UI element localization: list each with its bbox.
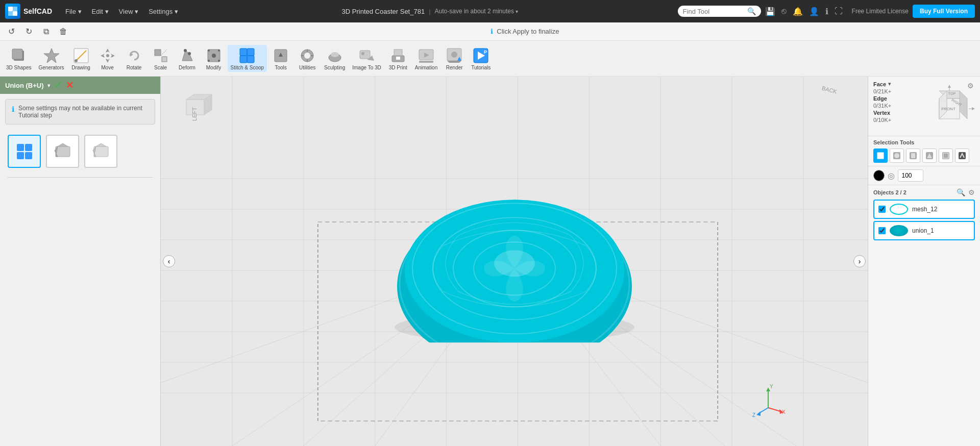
menu-settings[interactable]: Settings ▾ <box>144 6 182 17</box>
obj-preview-mesh12 <box>890 204 908 215</box>
gear-icon[interactable]: ⚙ <box>967 82 974 90</box>
viewport[interactable]: LEFT BACK <box>161 77 868 446</box>
info-icon[interactable]: ℹ <box>825 7 828 16</box>
svg-marker-6 <box>44 48 59 63</box>
tool-animation[interactable]: Animation <box>412 45 440 72</box>
sel-tool-box[interactable] <box>873 148 888 163</box>
viewport-nav-left[interactable]: ‹ <box>163 255 175 267</box>
object-list-item-mesh12[interactable]: mesh_12 <box>873 200 975 219</box>
tool-utilities-label: Utilities <box>299 65 315 70</box>
color-swatch[interactable] <box>873 170 885 181</box>
tool-utilities[interactable]: Utilities <box>295 45 320 72</box>
user-icon[interactable]: 👤 <box>809 7 819 16</box>
svg-rect-45 <box>360 51 370 59</box>
face-label: Face <box>873 81 886 87</box>
left-panel: Union (B+U) ▾ ✓ ✕ ℹ Some settings may no… <box>0 77 161 446</box>
sel-tool-obj2[interactable] <box>939 148 953 163</box>
sel-tool-cylinder[interactable] <box>906 148 920 163</box>
tool-stitch-scoop[interactable]: Stitch & Scoop <box>228 45 267 72</box>
svg-rect-134 <box>911 153 915 158</box>
sel-tool-paint[interactable] <box>955 148 969 163</box>
tool-image-to-3d[interactable]: Image To 3D <box>349 45 384 72</box>
svg-point-38 <box>304 53 310 59</box>
svg-marker-12 <box>108 59 110 63</box>
tool-modify[interactable]: Modify <box>201 45 227 72</box>
tool-generators[interactable]: Generators <box>35 45 67 72</box>
obj-checkbox-union1[interactable] <box>878 227 886 234</box>
svg-rect-31 <box>240 48 247 56</box>
operation-cancel-button[interactable]: ✕ <box>66 80 74 91</box>
search-icon: 🔍 <box>747 7 756 15</box>
redo-button[interactable]: ↻ <box>21 24 36 39</box>
3d-coaster <box>387 184 642 344</box>
object-settings-icon[interactable]: ⚙ <box>968 188 975 196</box>
face-dropdown-icon[interactable]: ▾ <box>888 81 891 87</box>
view-cube-3d[interactable]: FRONT RIGHT TOP ⚙ <box>924 81 975 132</box>
svg-marker-56 <box>447 61 461 63</box>
undo-button[interactable]: ↺ <box>4 24 18 39</box>
buy-button[interactable]: Buy Full Version <box>913 5 975 18</box>
operation-chevron-icon[interactable]: ▾ <box>47 83 50 88</box>
obj-checkbox-mesh12[interactable] <box>878 206 886 213</box>
tool-rotate[interactable]: Rotate <box>121 45 147 72</box>
share-icon[interactable]: ⎋ <box>781 7 787 16</box>
operation-name: Union (B+U) <box>5 82 43 89</box>
object-icon-3[interactable] <box>84 135 117 168</box>
svg-marker-117 <box>756 411 761 416</box>
object-list-item-union1[interactable]: union_1 <box>873 221 975 240</box>
rotate-icon <box>125 46 143 65</box>
svg-rect-34 <box>247 56 254 63</box>
svg-rect-33 <box>240 56 247 63</box>
edge-label: Edge <box>873 95 887 102</box>
tool-tutorials[interactable]: P Tutorials <box>468 45 494 72</box>
menu-edit[interactable]: Edit ▾ <box>88 6 113 17</box>
svg-marker-17 <box>111 56 115 58</box>
svg-point-9 <box>75 59 78 62</box>
svg-point-109 <box>494 250 535 277</box>
tool-tools[interactable]: Tools <box>268 45 293 72</box>
sel-tool-sphere[interactable] <box>890 148 904 163</box>
vertex-count-row: 0/10K+ <box>873 117 920 123</box>
fullscreen-icon[interactable]: ⛶ <box>835 7 843 16</box>
move-icon <box>99 46 117 65</box>
svg-rect-32 <box>247 48 254 56</box>
tool-scale[interactable]: Scale <box>148 45 174 72</box>
notification-icon[interactable]: 🔔 <box>793 7 803 16</box>
menu-file[interactable]: File ▾ <box>61 6 86 17</box>
find-tool-container: 🔍 <box>678 6 761 17</box>
svg-rect-39 <box>307 49 308 52</box>
color-opacity-row: ◎ <box>868 166 980 185</box>
svg-text:X: X <box>782 409 786 415</box>
menu-view[interactable]: View ▾ <box>115 6 143 17</box>
tool-deform[interactable]: Deform <box>175 45 200 72</box>
autosave-label[interactable]: Auto-save in about 2 minutes <box>435 8 518 15</box>
duplicate-button[interactable]: ⧉ <box>39 24 53 39</box>
svg-marker-15 <box>101 56 105 58</box>
svg-marker-70 <box>96 143 106 146</box>
document-title-area: 3D Printed Coaster Set_781 | Auto-save i… <box>186 8 674 15</box>
tool-move[interactable]: Move <box>95 45 120 72</box>
tool-3d-shapes[interactable]: 3D Shapes <box>3 45 34 72</box>
wireframe-icon[interactable]: ◎ <box>888 171 895 181</box>
tool-animation-label: Animation <box>415 65 437 70</box>
tool-sculpting[interactable]: Sculpting <box>321 45 348 72</box>
tools-icon <box>272 46 290 65</box>
find-tool-input[interactable] <box>683 8 744 15</box>
object-icon-2[interactable] <box>46 135 79 168</box>
sel-tool-obj1[interactable] <box>922 148 937 163</box>
delete-button[interactable]: 🗑 <box>56 24 70 39</box>
tool-3d-print[interactable]: 3D Print <box>385 45 411 72</box>
object-search-icon[interactable]: 🔍 <box>957 188 965 196</box>
save-icon[interactable]: 💾 <box>765 7 775 16</box>
tool-render[interactable]: Render <box>442 45 467 72</box>
toolbar: 3D Shapes Generators Drawing <box>0 41 980 77</box>
operation-confirm-button[interactable]: ✓ <box>54 80 62 91</box>
opacity-input[interactable] <box>898 169 923 182</box>
object-icon-1[interactable] <box>8 135 41 168</box>
main-layout: Union (B+U) ▾ ✓ ✕ ℹ Some settings may no… <box>0 77 980 446</box>
tool-drawing[interactable]: Drawing <box>68 45 94 72</box>
svg-marker-10 <box>108 48 110 53</box>
tool-scale-label: Scale <box>154 65 167 70</box>
viewport-nav-right[interactable]: › <box>853 255 866 267</box>
license-label: Free Limited License <box>852 8 909 15</box>
